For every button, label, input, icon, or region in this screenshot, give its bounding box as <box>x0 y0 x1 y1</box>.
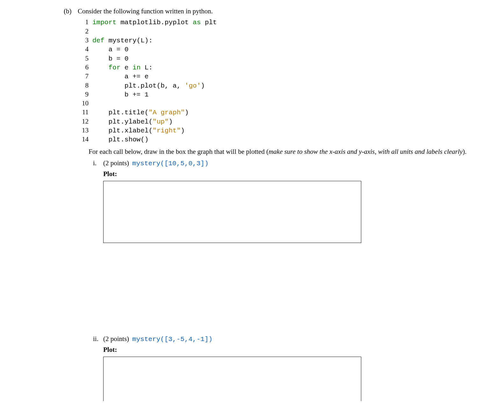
code-line: 8 plt.plot(b, a, 'go') <box>78 81 472 90</box>
code-text: b += 1 <box>92 90 148 99</box>
code-text: plt.xlabel("right") <box>92 126 185 135</box>
code-line: 4 a = 0 <box>78 45 472 54</box>
code-line: 7 a += e <box>78 72 472 81</box>
code-text: plt.ylabel("up") <box>92 117 173 126</box>
line-number: 12 <box>78 117 92 126</box>
part-label: (b) <box>64 6 75 16</box>
code-text <box>92 99 97 108</box>
line-number: 2 <box>78 27 92 36</box>
instructions: For each call below, draw in the box the… <box>78 147 472 156</box>
instructions-text-1: For each call below, draw in the box the… <box>89 148 269 155</box>
code-line: 6 for e in L: <box>78 63 472 72</box>
line-number: 8 <box>78 81 92 90</box>
subitem-header: i. (2 points) mystery([10,5,0,3]) <box>93 158 472 168</box>
line-number: 9 <box>78 90 92 99</box>
code-line: 13 plt.xlabel("right") <box>78 126 472 135</box>
instructions-text-2: ). <box>463 148 466 155</box>
plot-answer-box <box>103 181 361 243</box>
subitem-call: mystery([10,5,0,3]) <box>132 159 208 168</box>
code-line: 11 plt.title("A graph") <box>78 108 472 117</box>
code-text: for e in L: <box>92 63 153 72</box>
line-number: 11 <box>78 108 92 117</box>
subitem-num: ii. <box>93 334 101 344</box>
blank-space <box>93 243 472 332</box>
subitem-call: mystery([3,-5,4,-1]) <box>132 335 212 344</box>
plot-answer-box <box>103 357 361 401</box>
code-listing: 1import matplotlib.pyplot as plt2 3def m… <box>78 18 472 144</box>
code-text: a += e <box>92 72 148 81</box>
subitem-i: i. (2 points) mystery([10,5,0,3]) Plot: <box>93 158 472 243</box>
code-line: 1import matplotlib.pyplot as plt <box>78 18 472 27</box>
code-text: def mystery(L): <box>92 36 153 45</box>
line-number: 5 <box>78 54 92 63</box>
line-number: 10 <box>78 99 92 108</box>
code-line: 14 plt.show() <box>78 135 472 144</box>
code-text: plt.title("A graph") <box>92 108 189 117</box>
subitem-points: (2 points) <box>103 334 129 344</box>
subitem-points: (2 points) <box>103 158 129 168</box>
line-number: 1 <box>78 18 92 26</box>
line-number: 3 <box>78 36 92 45</box>
code-line: 10 <box>78 99 472 108</box>
subitem-ii: ii. (2 points) mystery([3,-5,4,-1]) Plot… <box>93 334 472 401</box>
plot-label: Plot: <box>103 345 472 354</box>
code-line: 12 plt.ylabel("up") <box>78 117 472 126</box>
code-line: 3def mystery(L): <box>78 36 472 45</box>
part-intro: Consider the following function written … <box>78 6 472 16</box>
part-b: (b) Consider the following function writ… <box>64 6 472 401</box>
plot-label: Plot: <box>103 169 472 179</box>
code-text: a = 0 <box>92 45 128 54</box>
page: (b) Consider the following function writ… <box>0 0 504 420</box>
line-number: 14 <box>78 135 92 144</box>
instructions-italic: make sure to show the x-axis and y-axis,… <box>269 148 463 155</box>
code-line: 9 b += 1 <box>78 90 472 99</box>
line-number: 7 <box>78 72 92 81</box>
line-number: 4 <box>78 45 92 53</box>
line-number: 6 <box>78 63 92 72</box>
code-line: 2 <box>78 27 472 36</box>
code-text: b = 0 <box>92 54 128 63</box>
line-number: 13 <box>78 126 92 135</box>
code-text <box>92 27 97 36</box>
subitem-num: i. <box>93 158 101 168</box>
part-body: Consider the following function written … <box>78 6 472 401</box>
code-text: plt.show() <box>92 135 148 144</box>
code-text: import matplotlib.pyplot as plt <box>92 18 217 27</box>
code-text: plt.plot(b, a, 'go') <box>92 82 205 90</box>
plot-box-wrap <box>103 357 472 401</box>
subitems: i. (2 points) mystery([10,5,0,3]) Plot: … <box>78 158 472 401</box>
subitem-header: ii. (2 points) mystery([3,-5,4,-1]) <box>93 334 472 344</box>
plot-box-wrap <box>103 181 472 243</box>
code-line: 5 b = 0 <box>78 54 472 63</box>
